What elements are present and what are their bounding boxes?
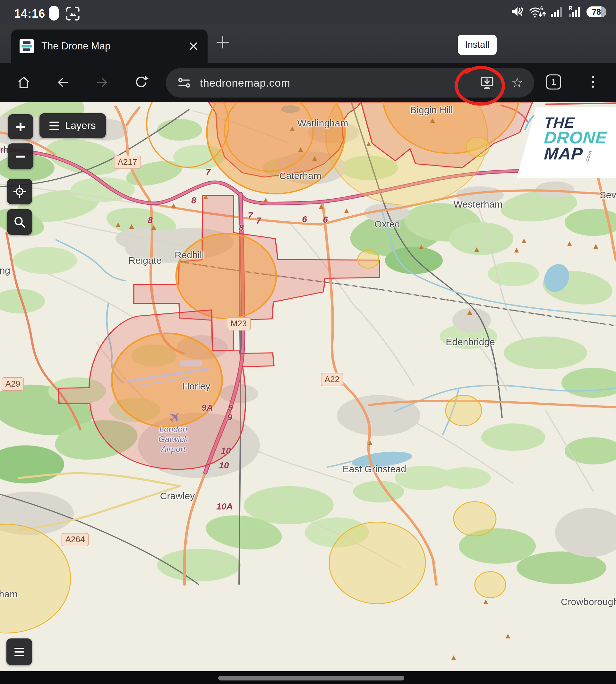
tab-title: The Drone Map [41, 40, 110, 52]
battery-icon: 78 [587, 6, 607, 17]
svg-text:R: R [569, 5, 572, 11]
zoom-out-label: − [16, 146, 26, 167]
status-bar: 14:16 6 [0, 0, 616, 25]
search-icon [12, 215, 27, 229]
phone-screen: 14:16 6 [0, 0, 616, 684]
menu-kebab-icon[interactable] [586, 74, 600, 90]
zoom-in-label: + [16, 117, 25, 136]
clock: 14:16 [14, 7, 45, 21]
home-button[interactable] [16, 75, 31, 90]
zoom-out-button[interactable]: − [8, 144, 34, 169]
system-nav-bar [0, 671, 616, 684]
new-tab-button[interactable] [214, 34, 231, 51]
zoom-in-button[interactable]: + [8, 114, 33, 139]
browser-toolbar: thedronemap.com ☆ 1 [0, 63, 616, 102]
logo-line-the: THE [544, 116, 616, 130]
annotation-circle [453, 63, 508, 110]
status-icons: 6 R 78 [511, 5, 607, 19]
signal-roaming-icon: R [568, 5, 582, 18]
install-button[interactable]: Install [458, 35, 497, 55]
svg-text:6: 6 [540, 6, 543, 11]
layers-button[interactable]: Layers [40, 113, 106, 138]
signal-icon [551, 5, 564, 18]
url-text: thedronemap.com [200, 77, 290, 89]
logo-line-map: MAP [544, 146, 583, 162]
mute-icon [511, 5, 524, 18]
tab-favicon-icon [20, 39, 34, 53]
menu-icon [15, 648, 24, 656]
browser-tab[interactable]: The Drone Map [11, 29, 207, 63]
map-menu-button[interactable] [6, 638, 32, 665]
locate-icon [12, 184, 27, 199]
bookmark-star-icon[interactable]: ☆ [511, 76, 523, 89]
tab-switcher-button[interactable]: 1 [546, 74, 561, 89]
map-canvas[interactable]: WarlinghamCaterhamBiggin HillWesterhamOx… [0, 102, 616, 671]
reload-button[interactable] [133, 75, 149, 90]
search-button[interactable] [7, 209, 32, 235]
logo-line-drone: DRONE [544, 130, 616, 146]
forward-button[interactable] [94, 75, 110, 90]
layers-label: Layers [65, 120, 95, 132]
wifi-icon: 6 [529, 5, 546, 19]
locate-button[interactable] [7, 179, 32, 204]
tab-count: 1 [551, 77, 556, 87]
site-settings-icon[interactable] [177, 75, 192, 90]
screenshot-icon [65, 6, 80, 21]
layers-icon [49, 122, 59, 130]
tab-close-icon[interactable] [186, 39, 200, 53]
logo-suffix: .com [584, 150, 593, 164]
gesture-pill[interactable] [218, 676, 404, 681]
battery-level: 78 [587, 6, 607, 17]
notification-icon [49, 6, 59, 21]
back-button[interactable] [55, 75, 71, 90]
map-tiles [0, 102, 616, 671]
tab-strip: The Drone Map Install [0, 25, 616, 63]
